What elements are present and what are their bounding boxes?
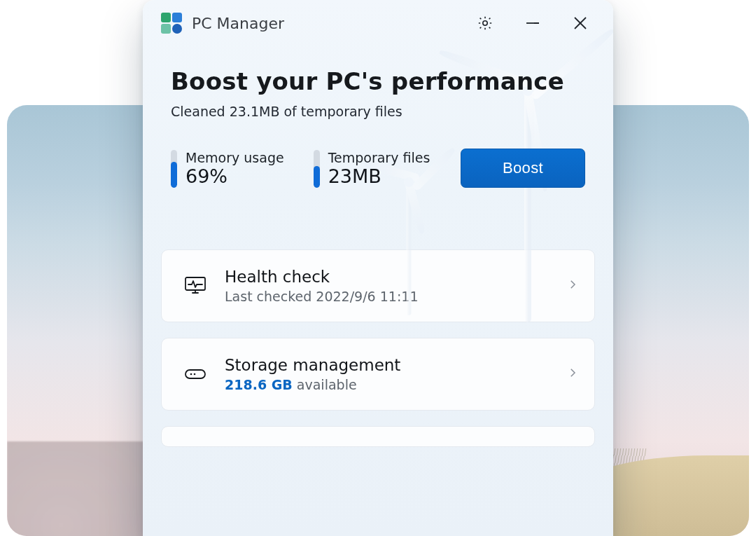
temp-indicator-fill <box>314 166 320 188</box>
storage-title: Storage management <box>225 356 566 374</box>
temp-label: Temporary files <box>328 150 430 165</box>
svg-point-7 <box>194 373 196 376</box>
settings-button[interactable] <box>466 7 504 39</box>
app-logo-icon <box>161 13 182 34</box>
chevron-right-icon <box>566 366 579 382</box>
health-check-title: Health check <box>225 268 566 286</box>
card-health-check[interactable]: Health check Last checked 2022/9/6 11:11 <box>161 249 595 322</box>
stat-temp-files: Temporary files 23MB <box>314 150 430 188</box>
health-check-subtitle: Last checked 2022/9/6 11:11 <box>225 289 566 304</box>
storage-subtitle: 218.6 GB available <box>225 377 566 392</box>
card-list: Health check Last checked 2022/9/6 11:11… <box>143 249 613 447</box>
memory-indicator <box>171 150 177 188</box>
svg-rect-4 <box>186 277 205 290</box>
storage-available-value: 218.6 GB <box>225 377 293 392</box>
stat-memory: Memory usage 69% <box>171 150 284 188</box>
chevron-right-icon <box>566 278 579 294</box>
close-icon <box>572 15 589 32</box>
hero-subline: Cleaned 23.1MB of temporary files <box>171 104 585 119</box>
storage-available-suffix: available <box>293 377 357 392</box>
memory-value: 69% <box>186 167 284 186</box>
health-check-icon <box>180 273 211 298</box>
titlebar: PC Manager <box>143 0 613 46</box>
minimize-button[interactable] <box>514 7 552 39</box>
stats-row: Memory usage 69% Temporary files 23MB Bo… <box>171 149 585 188</box>
app-title: PC Manager <box>192 15 284 32</box>
memory-indicator-fill <box>171 162 177 188</box>
temp-indicator <box>314 150 320 188</box>
hero-headline: Boost your PC's performance <box>171 67 585 95</box>
pc-manager-window: PC Manager Boost your PC's perf <box>143 0 613 536</box>
gear-icon <box>477 15 493 32</box>
card-partial[interactable] <box>161 426 595 447</box>
temp-value: 23MB <box>328 167 430 186</box>
memory-label: Memory usage <box>186 150 284 165</box>
boost-button[interactable]: Boost <box>461 149 585 188</box>
close-button[interactable] <box>561 7 599 39</box>
svg-point-0 <box>483 21 487 25</box>
card-storage-management[interactable]: Storage management 218.6 GB available <box>161 338 595 411</box>
hero-section: Boost your PC's performance Cleaned 23.1… <box>143 46 613 188</box>
storage-icon <box>180 362 211 387</box>
minimize-icon <box>524 15 541 32</box>
svg-point-6 <box>190 373 192 376</box>
